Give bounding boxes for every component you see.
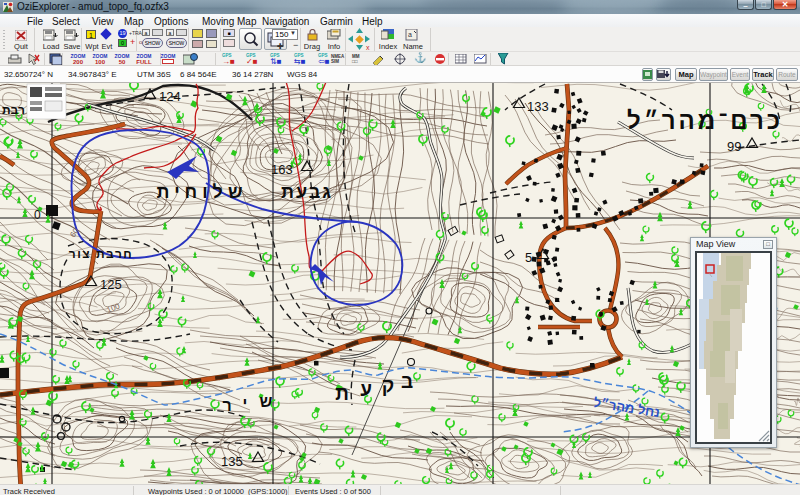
svg-text:ע: ע — [360, 379, 372, 400]
svg-text:י: י — [243, 395, 248, 412]
svg-text:שלוחית: שלוחית — [157, 182, 248, 202]
svg-text:125: 125 — [100, 277, 122, 292]
svg-text:ק: ק — [382, 375, 394, 396]
svg-text:163: 163 — [271, 162, 293, 177]
svg-text:ת: ת — [335, 383, 349, 404]
svg-text:חרבת צור: חרבת צור — [69, 247, 133, 261]
svg-text:ר: ר — [222, 397, 231, 414]
svg-text:133: 133 — [527, 99, 549, 114]
svg-text:כרם־מהר״ל: כרם־מהר״ל — [627, 107, 783, 134]
svg-text:ב: ב — [401, 371, 413, 392]
svg-text:5: 5 — [525, 250, 532, 265]
svg-text:99: 99 — [727, 139, 741, 154]
svg-text:x: x — [366, 44, 370, 51]
svg-text:רבת: רבת — [2, 103, 25, 117]
svg-text:124: 124 — [159, 89, 181, 104]
svg-text:0: 0 — [34, 208, 41, 222]
svg-text:גבעת: גבעת — [281, 182, 333, 202]
svg-text:ש: ש — [260, 393, 273, 410]
svg-text:135: 135 — [221, 454, 243, 469]
svg-text:a: a — [408, 31, 412, 38]
